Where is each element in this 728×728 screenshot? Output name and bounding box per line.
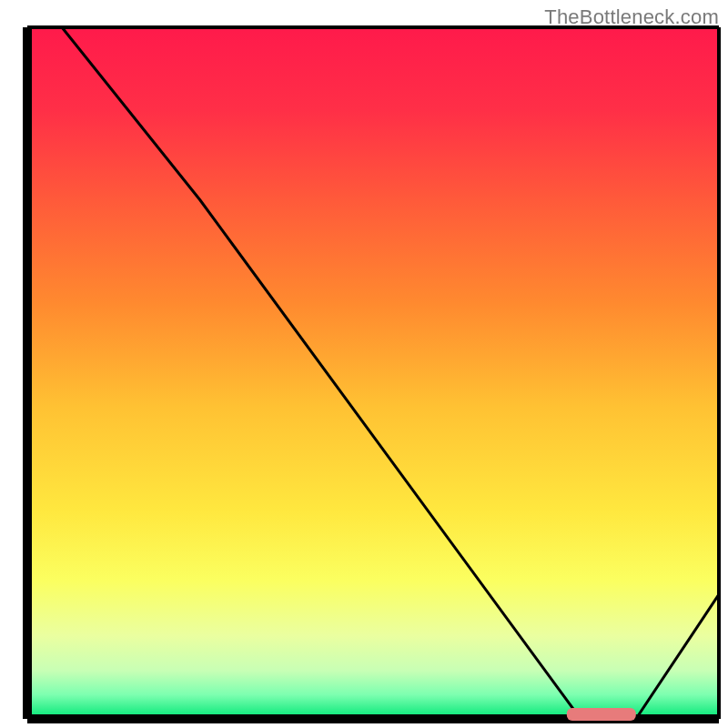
plot-background (27, 27, 719, 719)
watermark-label: TheBottleneck.com (544, 5, 719, 29)
chart-container: TheBottleneck.com (0, 0, 728, 728)
bottleneck-chart (0, 0, 728, 728)
optimal-marker (567, 708, 636, 721)
